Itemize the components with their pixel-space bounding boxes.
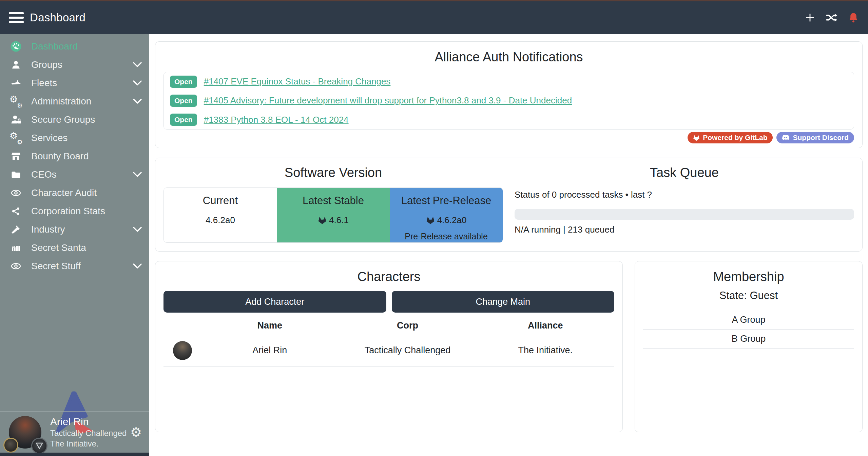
task-queue-progress-bar: [515, 209, 854, 220]
shuffle-icon[interactable]: [825, 13, 838, 23]
hamburger-menu-icon[interactable]: [9, 10, 24, 25]
group-row: A Group: [643, 311, 854, 330]
sidebar-item-label: CEOs: [31, 169, 57, 180]
group-row: B Group: [643, 330, 854, 349]
sidebar-item-secret-santa[interactable]: Secret Santa: [0, 239, 149, 257]
sidebar-item-ceos[interactable]: CEOs: [0, 165, 149, 184]
character-portrait: [173, 341, 192, 360]
version-current: Current 4.6.2a0: [164, 188, 277, 242]
sidebar-item-label: Secure Groups: [31, 114, 95, 125]
sidebar-item-bounty-board[interactable]: Bounty Board: [0, 147, 149, 165]
membership-panel: Membership State: Guest A Group B Group: [635, 261, 863, 432]
notifications-list: Open #1407 EVE Equinox Status - Breaking…: [163, 72, 854, 130]
tachometer-icon: [9, 41, 23, 52]
top-navbar: Dashboard: [0, 0, 868, 34]
user-icon: [9, 60, 23, 70]
character-name: Ariel Rin: [201, 345, 339, 356]
sidebar-item-fleets[interactable]: Fleets: [0, 74, 149, 92]
jet-icon: [9, 78, 23, 88]
column-header-name: Name: [201, 320, 339, 331]
sidebar-item-label: Fleets: [31, 78, 57, 88]
gifts-icon: [9, 243, 23, 253]
sidebar-bottom-strip: [0, 453, 149, 456]
plus-icon[interactable]: [804, 12, 816, 23]
sidebar-item-secret-stuff[interactable]: Secret Stuff: [0, 257, 149, 275]
chevron-down-icon: [133, 99, 142, 104]
characters-table: Name Corp Alliance Ariel Rin Tactically …: [163, 317, 614, 367]
discord-icon: [782, 135, 790, 141]
add-character-button[interactable]: Add Character: [163, 291, 386, 313]
status-badge: Open: [170, 114, 197, 126]
version-box: Current 4.6.2a0 Latest Stable 4.6.1 Late…: [163, 187, 503, 243]
gear-icon[interactable]: ⚙: [130, 426, 142, 439]
shop-icon: [9, 151, 23, 161]
notification-item: Open #1407 EVE Equinox Status - Breaking…: [164, 72, 854, 91]
main-content: Alliance Auth Notifications Open #1407 E…: [149, 34, 868, 456]
gitlab-icon: [693, 135, 700, 141]
notifications-panel: Alliance Auth Notifications Open #1407 E…: [155, 41, 863, 148]
user-lock-icon: [9, 114, 23, 125]
eye-icon: [9, 187, 23, 198]
gears-icon: ⚙⚙: [9, 95, 23, 108]
sidebar: Dashboard Groups Fleets: [0, 34, 149, 456]
sidebar-item-character-audit[interactable]: Character Audit: [0, 184, 149, 202]
membership-groups: A Group B Group: [643, 311, 854, 349]
sidebar-item-label: Secret Santa: [31, 242, 86, 253]
sidebar-item-label: Industry: [31, 224, 65, 235]
notifications-title: Alliance Auth Notifications: [163, 50, 854, 64]
folder-icon: [9, 170, 23, 180]
chevron-down-icon: [133, 80, 142, 86]
notification-link[interactable]: #1407 EVE Equinox Status - Breaking Chan…: [204, 76, 391, 87]
sidebar-item-industry[interactable]: Industry: [0, 220, 149, 239]
sidebar-item-label: Bounty Board: [31, 151, 89, 162]
sidebar-item-secure-groups[interactable]: Secure Groups: [0, 111, 149, 129]
alliance-logo-badge: [31, 438, 47, 454]
sidebar-item-label: Dashboard: [31, 41, 78, 52]
column-header-alliance: Alliance: [477, 320, 614, 331]
powered-by-gitlab-badge[interactable]: Powered by GitLab: [688, 132, 773, 143]
change-main-button[interactable]: Change Main: [392, 291, 615, 313]
sidebar-item-corporation-stats[interactable]: Corporation Stats: [0, 202, 149, 220]
notification-link[interactable]: #1405 Advisory: Future development will …: [204, 95, 572, 106]
gears-icon: ⚙⚙: [9, 132, 23, 144]
sidebar-item-label: Secret Stuff: [31, 261, 81, 272]
characters-panel: Characters Add Character Change Main Nam…: [155, 261, 623, 432]
user-avatar: [9, 416, 41, 449]
sidebar-item-label: Groups: [31, 59, 62, 70]
version-latest-prerelease: Latest Pre-Release 4.6.2a0 Pre-Release a…: [390, 188, 503, 242]
notification-link[interactable]: #1383 Python 3.8 EOL - 14 Oct 2024: [204, 115, 349, 125]
software-version-title: Software Version: [163, 165, 503, 180]
chevron-down-icon: [133, 62, 142, 67]
sidebar-item-services[interactable]: ⚙⚙ Services: [0, 129, 149, 147]
user-corp: Tactically Challenged: [50, 429, 127, 438]
chevron-down-icon: [133, 172, 142, 177]
chevron-down-icon: [133, 227, 142, 232]
column-header-corp: Corp: [339, 320, 476, 331]
sidebar-item-label: Corporation Stats: [31, 206, 105, 217]
version-queue-panel: Software Version Current 4.6.2a0 Latest …: [155, 158, 863, 252]
sidebar-item-dashboard[interactable]: Dashboard: [0, 37, 149, 56]
characters-title: Characters: [163, 270, 614, 284]
support-discord-badge[interactable]: Support Discord: [776, 132, 854, 143]
membership-title: Membership: [643, 270, 854, 284]
sidebar-item-groups[interactable]: Groups: [0, 56, 149, 74]
sidebar-item-label: Administration: [31, 96, 91, 107]
user-name: Ariel Rin: [50, 416, 127, 428]
notification-item: Open #1405 Advisory: Future development …: [164, 91, 854, 110]
corp-logo-badge: [3, 438, 18, 453]
character-corp: Tactically Challenged: [339, 345, 476, 356]
task-queue-info: N/A running | 213 queued: [515, 224, 854, 235]
sidebar-item-administration[interactable]: ⚙⚙ Administration: [0, 92, 149, 111]
membership-state: State: Guest: [643, 290, 854, 302]
gitlab-icon: [426, 216, 435, 224]
status-badge: Open: [170, 95, 197, 107]
sidebar-item-label: Character Audit: [31, 187, 97, 198]
sidebar-user-panel: Ariel Rin Tactically Challenged The Init…: [0, 411, 149, 453]
eye-icon: [9, 261, 23, 272]
table-row: Ariel Rin Tactically Challenged The Init…: [163, 334, 614, 367]
bell-icon[interactable]: [848, 12, 859, 23]
task-queue-title: Task Queue: [515, 165, 854, 180]
character-alliance: The Initiative.: [477, 345, 614, 356]
sidebar-item-label: Services: [31, 133, 67, 143]
hammer-icon: [9, 224, 23, 235]
